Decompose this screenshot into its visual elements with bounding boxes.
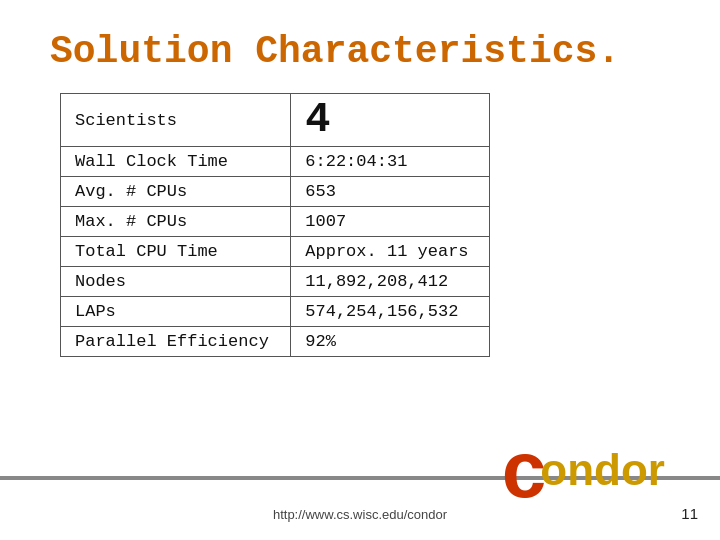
table-row: Avg. # CPUs 653 bbox=[61, 177, 490, 207]
value-wall-clock-time: 6:22:04:31 bbox=[291, 147, 490, 177]
condor-text: ondor bbox=[540, 448, 665, 492]
table-row: Wall Clock Time 6:22:04:31 bbox=[61, 147, 490, 177]
value-max-cpus: 1007 bbox=[291, 207, 490, 237]
value-nodes: 11,892,208,412 bbox=[291, 267, 490, 297]
data-table-container: Scientists 4 Wall Clock Time 6:22:04:31 … bbox=[60, 93, 670, 357]
slide: Solution Characteristics. Scientists 4 W… bbox=[0, 0, 720, 540]
value-scientists: 4 bbox=[291, 94, 490, 147]
footer-url: http://www.cs.wisc.edu/condor bbox=[273, 507, 447, 522]
value-parallel-efficiency: 92% bbox=[291, 327, 490, 357]
table-row: Scientists 4 bbox=[61, 94, 490, 147]
label-total-cpu-time: Total CPU Time bbox=[61, 237, 291, 267]
value-avg-cpus: 653 bbox=[291, 177, 490, 207]
value-laps: 574,254,156,532 bbox=[291, 297, 490, 327]
table-row: LAPs 574,254,156,532 bbox=[61, 297, 490, 327]
label-nodes: Nodes bbox=[61, 267, 291, 297]
condor-logo: c ondor bbox=[535, 430, 665, 510]
label-wall-clock-time: Wall Clock Time bbox=[61, 147, 291, 177]
table-row: Max. # CPUs 1007 bbox=[61, 207, 490, 237]
slide-title: Solution Characteristics. bbox=[50, 30, 670, 73]
label-avg-cpus: Avg. # CPUs bbox=[61, 177, 291, 207]
table-row: Nodes 11,892,208,412 bbox=[61, 267, 490, 297]
label-parallel-efficiency: Parallel Efficiency bbox=[61, 327, 291, 357]
characteristics-table: Scientists 4 Wall Clock Time 6:22:04:31 … bbox=[60, 93, 490, 357]
table-row: Parallel Efficiency 92% bbox=[61, 327, 490, 357]
label-scientists: Scientists bbox=[61, 94, 291, 147]
label-laps: LAPs bbox=[61, 297, 291, 327]
value-total-cpu-time: Approx. 11 years bbox=[291, 237, 490, 267]
page-number: 11 bbox=[681, 505, 698, 522]
table-row: Total CPU Time Approx. 11 years bbox=[61, 237, 490, 267]
label-max-cpus: Max. # CPUs bbox=[61, 207, 291, 237]
